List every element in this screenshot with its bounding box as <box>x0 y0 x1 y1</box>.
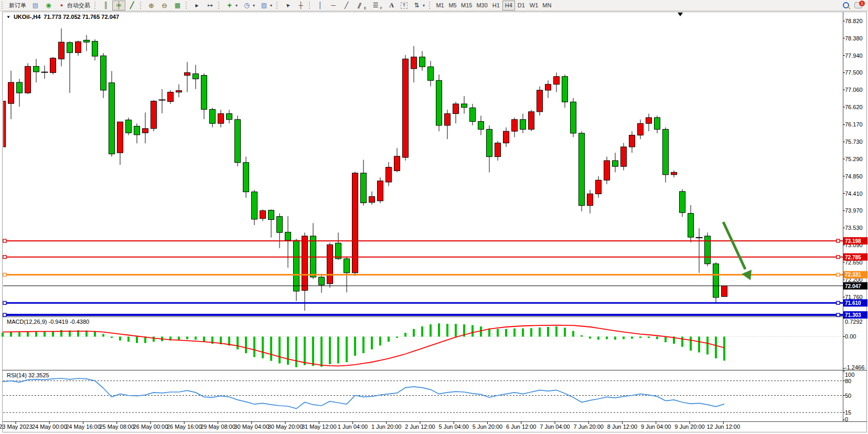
candle <box>705 232 711 266</box>
candle <box>579 131 585 211</box>
svg-text:73.198: 73.198 <box>845 238 861 244</box>
timeframe-m30-button[interactable]: M30 <box>474 1 489 10</box>
symbol-period-label: UKOil-,H4 <box>14 14 40 20</box>
candle <box>680 189 685 217</box>
vertical-line-button[interactable]: │ <box>314 1 327 10</box>
candle <box>470 104 476 125</box>
equidistant-channel-button[interactable]: ∥E <box>353 1 369 10</box>
candle <box>134 123 140 143</box>
line-handle[interactable] <box>3 313 6 316</box>
candle <box>117 122 123 165</box>
time-axis[interactable]: 23 May 202324 May 00:0024 May 16:0025 Ma… <box>0 421 740 430</box>
zoom-in-button[interactable]: ⊕ <box>145 1 158 10</box>
support-line-2[interactable] <box>3 313 843 316</box>
candle <box>218 110 224 128</box>
timeframe-mn-button[interactable]: MN <box>540 1 553 10</box>
timeframe-m15-button[interactable]: M15 <box>459 1 474 10</box>
svg-text:5 Jun 04:00: 5 Jun 04:00 <box>439 424 469 430</box>
timeframe-h1-button[interactable]: H1 <box>490 1 502 10</box>
line-handle[interactable] <box>837 313 840 316</box>
text-button[interactable]: A <box>385 1 398 10</box>
svg-text:26 May 16:00: 26 May 16:00 <box>167 424 202 430</box>
timeframe-d1-button[interactable]: D1 <box>515 1 528 10</box>
svg-text:73.530: 73.530 <box>845 225 863 231</box>
fibonacci-button[interactable]: ☰F <box>369 1 385 10</box>
candle <box>8 71 14 119</box>
svg-text:12 Jun 12:00: 12 Jun 12:00 <box>706 424 740 430</box>
tile-windows-icon: ▦ <box>174 2 181 9</box>
zoom-out-button[interactable]: ⊖ <box>158 1 171 10</box>
chart-shift-button[interactable]: ↦ <box>203 1 217 10</box>
svg-text:23 May 2023: 23 May 2023 <box>0 424 33 430</box>
horizontal-line-button[interactable]: ─ <box>327 1 340 10</box>
svg-text:80: 80 <box>845 378 851 384</box>
trend-arrow-annotation[interactable] <box>723 222 752 280</box>
text-label-button[interactable]: T <box>398 1 410 10</box>
line-handle[interactable] <box>3 301 6 304</box>
price-chart[interactable]: 78.82078.38077.94077.50077.06076.62076.1… <box>0 11 868 434</box>
signals-button[interactable]: ◉ <box>42 1 55 10</box>
tile-windows-button[interactable]: ▦ <box>171 1 184 10</box>
price-axis[interactable]: 78.82078.38077.94077.50077.06076.62076.1… <box>843 18 867 422</box>
bar-chart-button[interactable]: ║ <box>99 1 112 10</box>
line-handle[interactable] <box>3 273 6 276</box>
candle <box>193 65 199 89</box>
line-handle[interactable] <box>3 239 6 242</box>
svg-text:7 Jun 04:00: 7 Jun 04:00 <box>540 424 570 430</box>
svg-text:-1.2466: -1.2466 <box>845 364 864 371</box>
resistance-line-2[interactable] <box>3 256 843 259</box>
candle <box>101 53 106 98</box>
line-chart-button[interactable]: ╱ <box>125 1 138 10</box>
support-line-1[interactable] <box>3 301 843 304</box>
svg-text:50: 50 <box>845 393 851 399</box>
timeframe-w1-button[interactable]: W1 <box>528 1 541 10</box>
candle <box>168 90 174 104</box>
candlestick-chart-button[interactable]: ╪ <box>112 1 125 10</box>
timeframe-m1-button[interactable]: M1 <box>434 1 446 10</box>
svg-text:9 Jun 20:00: 9 Jun 20:00 <box>674 424 705 430</box>
candle <box>34 59 39 82</box>
line-handle[interactable] <box>3 256 6 259</box>
candle <box>537 86 543 115</box>
candle <box>285 216 291 268</box>
candle <box>109 71 115 156</box>
candle <box>378 177 383 203</box>
svg-text:26 May 00:00: 26 May 00:00 <box>133 424 168 430</box>
line-handle[interactable] <box>837 256 840 259</box>
crosshair-button[interactable]: ┼ <box>294 1 307 10</box>
chart-window-button[interactable]: ▤ <box>29 1 42 10</box>
chart-window[interactable]: 78.82078.38077.94077.50077.06076.62076.1… <box>0 11 868 434</box>
svg-text:100: 100 <box>845 372 854 378</box>
svg-text:24 May 00:00: 24 May 00:00 <box>32 424 67 430</box>
trendline-button[interactable]: ╱ <box>340 1 353 10</box>
candle <box>92 39 98 60</box>
notifications-button[interactable]: 1 <box>852 1 865 10</box>
cursor-icon: ➤ <box>282 0 293 11</box>
candle <box>176 84 182 98</box>
shapes-button[interactable]: ⇅▾ <box>410 1 427 10</box>
candle <box>84 35 90 51</box>
svg-text:73.970: 73.970 <box>845 207 863 214</box>
timeframe-m5-button[interactable]: M5 <box>446 1 459 10</box>
line-handle[interactable] <box>837 239 840 242</box>
shift-marker-icon <box>678 13 683 16</box>
cursor-button[interactable]: ➤ <box>281 1 294 10</box>
shapes-icon: ⇅ <box>413 2 421 9</box>
indicators-button[interactable]: +▾ <box>223 1 240 10</box>
new-order-button[interactable]: 新订单 <box>6 1 29 10</box>
timeframe-h4-button[interactable]: H4 <box>502 1 515 10</box>
templates-button[interactable]: ▨▾ <box>258 1 275 10</box>
line-handle[interactable] <box>837 273 840 276</box>
periods-button[interactable]: ◷▾ <box>240 1 258 10</box>
resistance-line-1[interactable] <box>3 239 843 242</box>
svg-text:71.610: 71.610 <box>845 300 861 306</box>
line-handle[interactable] <box>837 301 840 304</box>
svg-text:2 Jun 12:00: 2 Jun 12:00 <box>405 424 435 430</box>
chart-menu-icon[interactable]: ▼ <box>6 15 10 19</box>
auto-trading-button[interactable]: ●自动交易 <box>55 1 93 10</box>
search-button[interactable] <box>840 1 852 10</box>
auto-scroll-button[interactable]: ▸ <box>190 1 203 10</box>
candle <box>411 46 417 82</box>
svg-text:1 Jun 20:00: 1 Jun 20:00 <box>371 424 402 430</box>
svg-text:8 Jun 12:00: 8 Jun 12:00 <box>607 424 638 430</box>
